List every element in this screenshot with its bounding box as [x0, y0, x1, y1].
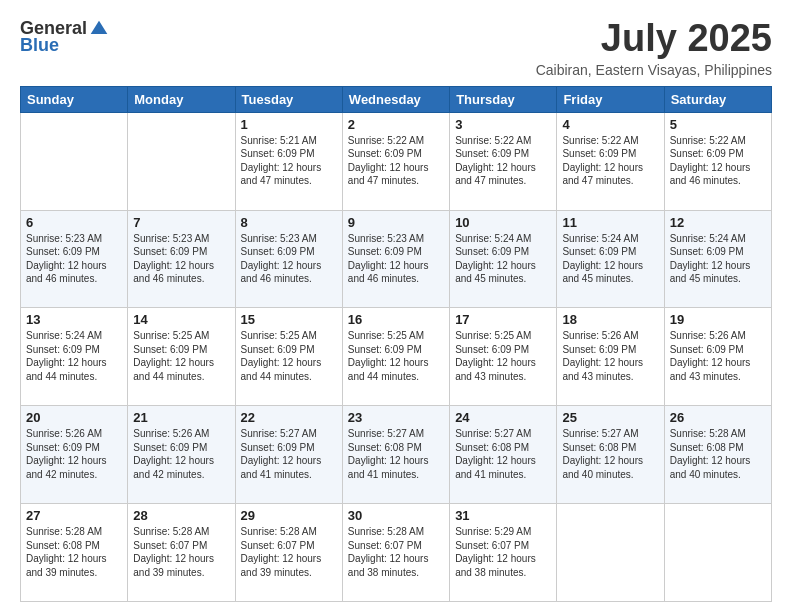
day-number: 29 — [241, 508, 337, 523]
day-number: 3 — [455, 117, 551, 132]
day-number: 26 — [670, 410, 766, 425]
day-info: Sunrise: 5:22 AMSunset: 6:09 PMDaylight:… — [670, 134, 766, 188]
day-number: 2 — [348, 117, 444, 132]
day-info: Sunrise: 5:25 AMSunset: 6:09 PMDaylight:… — [348, 329, 444, 383]
col-thursday: Thursday — [450, 86, 557, 112]
table-row: 25Sunrise: 5:27 AMSunset: 6:08 PMDayligh… — [557, 406, 664, 504]
table-row: 10Sunrise: 5:24 AMSunset: 6:09 PMDayligh… — [450, 210, 557, 308]
day-number: 31 — [455, 508, 551, 523]
calendar-week-row: 13Sunrise: 5:24 AMSunset: 6:09 PMDayligh… — [21, 308, 772, 406]
day-info: Sunrise: 5:25 AMSunset: 6:09 PMDaylight:… — [455, 329, 551, 383]
table-row: 29Sunrise: 5:28 AMSunset: 6:07 PMDayligh… — [235, 504, 342, 602]
day-number: 6 — [26, 215, 122, 230]
table-row: 21Sunrise: 5:26 AMSunset: 6:09 PMDayligh… — [128, 406, 235, 504]
day-info: Sunrise: 5:24 AMSunset: 6:09 PMDaylight:… — [670, 232, 766, 286]
day-info: Sunrise: 5:27 AMSunset: 6:08 PMDaylight:… — [562, 427, 658, 481]
table-row: 2Sunrise: 5:22 AMSunset: 6:09 PMDaylight… — [342, 112, 449, 210]
table-row: 30Sunrise: 5:28 AMSunset: 6:07 PMDayligh… — [342, 504, 449, 602]
table-row: 15Sunrise: 5:25 AMSunset: 6:09 PMDayligh… — [235, 308, 342, 406]
table-row: 14Sunrise: 5:25 AMSunset: 6:09 PMDayligh… — [128, 308, 235, 406]
logo: General Blue — [20, 18, 109, 56]
logo-blue-text: Blue — [20, 35, 59, 56]
table-row: 6Sunrise: 5:23 AMSunset: 6:09 PMDaylight… — [21, 210, 128, 308]
day-info: Sunrise: 5:24 AMSunset: 6:09 PMDaylight:… — [562, 232, 658, 286]
day-info: Sunrise: 5:22 AMSunset: 6:09 PMDaylight:… — [348, 134, 444, 188]
table-row: 28Sunrise: 5:28 AMSunset: 6:07 PMDayligh… — [128, 504, 235, 602]
day-info: Sunrise: 5:28 AMSunset: 6:07 PMDaylight:… — [241, 525, 337, 579]
day-info: Sunrise: 5:23 AMSunset: 6:09 PMDaylight:… — [26, 232, 122, 286]
table-row: 22Sunrise: 5:27 AMSunset: 6:09 PMDayligh… — [235, 406, 342, 504]
day-number: 30 — [348, 508, 444, 523]
day-number: 14 — [133, 312, 229, 327]
day-info: Sunrise: 5:27 AMSunset: 6:09 PMDaylight:… — [241, 427, 337, 481]
day-number: 21 — [133, 410, 229, 425]
col-tuesday: Tuesday — [235, 86, 342, 112]
day-info: Sunrise: 5:26 AMSunset: 6:09 PMDaylight:… — [133, 427, 229, 481]
day-number: 5 — [670, 117, 766, 132]
col-sunday: Sunday — [21, 86, 128, 112]
day-number: 1 — [241, 117, 337, 132]
table-row: 18Sunrise: 5:26 AMSunset: 6:09 PMDayligh… — [557, 308, 664, 406]
table-row: 3Sunrise: 5:22 AMSunset: 6:09 PMDaylight… — [450, 112, 557, 210]
page: General Blue July 2025 Caibiran, Eastern… — [0, 0, 792, 612]
table-row: 4Sunrise: 5:22 AMSunset: 6:09 PMDaylight… — [557, 112, 664, 210]
day-info: Sunrise: 5:25 AMSunset: 6:09 PMDaylight:… — [241, 329, 337, 383]
table-row: 16Sunrise: 5:25 AMSunset: 6:09 PMDayligh… — [342, 308, 449, 406]
day-number: 27 — [26, 508, 122, 523]
table-row: 12Sunrise: 5:24 AMSunset: 6:09 PMDayligh… — [664, 210, 771, 308]
day-info: Sunrise: 5:23 AMSunset: 6:09 PMDaylight:… — [241, 232, 337, 286]
table-row: 23Sunrise: 5:27 AMSunset: 6:08 PMDayligh… — [342, 406, 449, 504]
day-info: Sunrise: 5:26 AMSunset: 6:09 PMDaylight:… — [26, 427, 122, 481]
calendar-week-row: 27Sunrise: 5:28 AMSunset: 6:08 PMDayligh… — [21, 504, 772, 602]
calendar-week-row: 1Sunrise: 5:21 AMSunset: 6:09 PMDaylight… — [21, 112, 772, 210]
day-number: 19 — [670, 312, 766, 327]
day-info: Sunrise: 5:22 AMSunset: 6:09 PMDaylight:… — [562, 134, 658, 188]
table-row: 1Sunrise: 5:21 AMSunset: 6:09 PMDaylight… — [235, 112, 342, 210]
main-title: July 2025 — [536, 18, 772, 60]
table-row: 24Sunrise: 5:27 AMSunset: 6:08 PMDayligh… — [450, 406, 557, 504]
table-row — [557, 504, 664, 602]
day-info: Sunrise: 5:27 AMSunset: 6:08 PMDaylight:… — [455, 427, 551, 481]
day-info: Sunrise: 5:28 AMSunset: 6:08 PMDaylight:… — [26, 525, 122, 579]
calendar-header-row: Sunday Monday Tuesday Wednesday Thursday… — [21, 86, 772, 112]
table-row — [21, 112, 128, 210]
day-info: Sunrise: 5:28 AMSunset: 6:08 PMDaylight:… — [670, 427, 766, 481]
table-row: 9Sunrise: 5:23 AMSunset: 6:09 PMDaylight… — [342, 210, 449, 308]
table-row: 31Sunrise: 5:29 AMSunset: 6:07 PMDayligh… — [450, 504, 557, 602]
table-row: 26Sunrise: 5:28 AMSunset: 6:08 PMDayligh… — [664, 406, 771, 504]
day-number: 8 — [241, 215, 337, 230]
day-info: Sunrise: 5:24 AMSunset: 6:09 PMDaylight:… — [455, 232, 551, 286]
col-friday: Friday — [557, 86, 664, 112]
day-number: 22 — [241, 410, 337, 425]
table-row: 19Sunrise: 5:26 AMSunset: 6:09 PMDayligh… — [664, 308, 771, 406]
day-number: 23 — [348, 410, 444, 425]
day-info: Sunrise: 5:28 AMSunset: 6:07 PMDaylight:… — [133, 525, 229, 579]
day-number: 16 — [348, 312, 444, 327]
day-info: Sunrise: 5:22 AMSunset: 6:09 PMDaylight:… — [455, 134, 551, 188]
day-number: 7 — [133, 215, 229, 230]
table-row: 11Sunrise: 5:24 AMSunset: 6:09 PMDayligh… — [557, 210, 664, 308]
day-number: 13 — [26, 312, 122, 327]
day-number: 10 — [455, 215, 551, 230]
day-info: Sunrise: 5:24 AMSunset: 6:09 PMDaylight:… — [26, 329, 122, 383]
day-info: Sunrise: 5:26 AMSunset: 6:09 PMDaylight:… — [670, 329, 766, 383]
day-number: 4 — [562, 117, 658, 132]
calendar-table: Sunday Monday Tuesday Wednesday Thursday… — [20, 86, 772, 602]
day-number: 20 — [26, 410, 122, 425]
col-wednesday: Wednesday — [342, 86, 449, 112]
day-info: Sunrise: 5:28 AMSunset: 6:07 PMDaylight:… — [348, 525, 444, 579]
day-number: 17 — [455, 312, 551, 327]
col-saturday: Saturday — [664, 86, 771, 112]
table-row: 8Sunrise: 5:23 AMSunset: 6:09 PMDaylight… — [235, 210, 342, 308]
day-info: Sunrise: 5:25 AMSunset: 6:09 PMDaylight:… — [133, 329, 229, 383]
day-info: Sunrise: 5:27 AMSunset: 6:08 PMDaylight:… — [348, 427, 444, 481]
day-info: Sunrise: 5:23 AMSunset: 6:09 PMDaylight:… — [348, 232, 444, 286]
day-number: 12 — [670, 215, 766, 230]
header: General Blue July 2025 Caibiran, Eastern… — [20, 18, 772, 78]
table-row: 17Sunrise: 5:25 AMSunset: 6:09 PMDayligh… — [450, 308, 557, 406]
table-row — [128, 112, 235, 210]
day-number: 28 — [133, 508, 229, 523]
col-monday: Monday — [128, 86, 235, 112]
day-number: 11 — [562, 215, 658, 230]
table-row: 7Sunrise: 5:23 AMSunset: 6:09 PMDaylight… — [128, 210, 235, 308]
